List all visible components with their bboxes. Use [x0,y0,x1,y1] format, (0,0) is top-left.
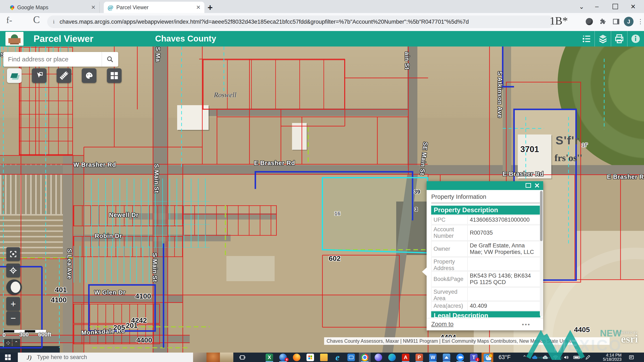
taskbar-acrobat[interactable]: A [400,353,412,362]
legend-button[interactable] [578,31,594,46]
tray-chevron-icon[interactable]: ⌃ [520,353,529,362]
scale-max: 600ft [38,332,51,338]
layers-button[interactable] [594,31,611,46]
taskbar-internet-explorer[interactable]: e [332,353,344,362]
edge-icon [388,354,396,361]
site-info-icon[interactable]: i [53,19,54,25]
screening-grid-button[interactable] [107,68,122,83]
taskbar-firefox[interactable] [291,353,302,362]
extensions-puzzle-icon[interactable] [598,17,608,26]
weather-icon[interactable] [486,354,493,361]
search-highlight-building-image[interactable] [220,353,233,362]
tab-close-icon[interactable]: ✕ [91,4,96,11]
taskbar-teams[interactable]: T1 [468,353,480,362]
pen-icon[interactable] [583,353,592,362]
info-button[interactable] [627,31,644,46]
overview-toggle-button[interactable] [6,280,22,295]
tab-parcel-viewer[interactable]: @ Parcel Viewer ✕ [104,2,204,13]
powerpoint-icon: P [416,354,423,361]
back-button[interactable]: f- [6,15,12,25]
taskbar-edge[interactable] [386,353,398,362]
side-panel-button[interactable] [611,17,621,26]
map-label-street: S Ma [154,47,162,62]
measure-tool-button[interactable] [56,68,71,83]
select-cursor-icon [35,71,44,80]
popup-footer: Zoom to ••• [426,318,543,330]
taskbar-photos[interactable] [441,353,452,362]
popup-maximize-icon[interactable] [526,183,531,188]
zoom-to-link[interactable]: Zoom to [431,321,454,328]
zoom-in-button[interactable]: + [6,297,20,311]
taskbar-clock[interactable]: 4:14 PM 5/18/2023 [596,353,622,361]
default-extent-button[interactable] [6,247,20,261]
search-highlight-statue-image[interactable] [193,353,206,362]
taskbar-search[interactable]: J) Type here to search [18,353,233,362]
my-location-button[interactable] [6,264,20,277]
popup-close-icon[interactable]: ✕ [534,182,540,190]
address-bar[interactable]: i chaves.maps.arcgis.com/apps/webappview… [47,15,554,28]
taskbar-store[interactable] [304,353,316,362]
popup-content: Property Information Property Descriptio… [426,190,543,317]
notification-center-icon[interactable] [625,353,638,362]
taskbar-rdp-toolbox[interactable] [345,353,357,362]
clock-date: 5/18/2023 [596,357,622,361]
tab-google-maps[interactable]: Google Maps ✕ [6,2,100,13]
volume-icon[interactable] [562,353,571,362]
scrollbar-thumb[interactable] [540,191,542,241]
popup-anchor [422,268,426,276]
map-search-input[interactable] [3,56,102,63]
url-text[interactable]: chaves.maps.arcgis.com/apps/webappviewer… [60,19,469,25]
search-highlight-vase-image[interactable] [206,353,220,362]
tab-close-icon[interactable]: ✕ [196,4,200,11]
select-tool-button[interactable] [32,68,46,83]
popup-scrollbar[interactable] [540,191,543,317]
map-label-street: ain St [404,52,410,69]
onedrive-personal-icon[interactable] [540,353,550,362]
new-tab-button[interactable]: + [208,2,213,12]
chrome-icon [361,354,368,361]
taskbar-zoom[interactable] [454,353,466,362]
row-value [468,288,540,301]
pan-widget-button[interactable] [4,339,12,347]
zoom-out-button[interactable]: − [6,311,20,325]
half-moon-icon [11,282,20,293]
firefox-icon [293,354,300,361]
draw-tool-button[interactable] [82,68,96,83]
taskbar-chrome[interactable] [359,353,371,362]
map-canvas[interactable]: Roswell W Brasher Rd E Brasher Rd E Bras… [0,46,644,353]
attribution-expand-button[interactable]: ⌃ [12,339,20,347]
weather-temp[interactable]: 63°F [495,353,514,362]
kebab-menu-icon: ⋮ [637,20,644,23]
cookie-extension-icon[interactable] [584,17,594,26]
taskbar-powerpoint[interactable]: P [414,353,425,362]
browser-menu-button[interactable]: ⋮ [636,17,644,26]
battery-icon[interactable] [572,353,582,362]
teams-badge: 1 [476,358,480,362]
reload-button[interactable]: C [33,14,40,25]
taskbar-file-explorer[interactable] [318,353,330,362]
taskbar-cortana[interactable] [372,353,384,362]
wifi-icon[interactable] [551,353,560,362]
window-minimize-button[interactable]: – [590,0,604,13]
window-close-button[interactable]: ✕ [626,0,640,13]
popup-title-bar[interactable]: ✕ [426,181,543,190]
move-icon [6,341,10,345]
divider [431,203,540,203]
print-button[interactable] [611,31,628,46]
row-value: 40.409 [468,302,540,310]
print-icon [614,34,624,43]
window-maximize-button[interactable] [608,0,622,13]
onedrive-icon[interactable] [530,353,539,362]
task-view-button[interactable] [236,353,248,362]
row-label: Area(acres) [432,302,468,310]
taskbar-mail[interactable]: 9 [277,353,289,362]
basemap-gallery-button[interactable] [7,68,22,83]
taskbar-word[interactable]: W [427,353,439,362]
taskbar-excel[interactable]: X [264,353,275,362]
popup-more-button[interactable]: ••• [522,321,530,328]
profile-avatar[interactable]: J [624,17,634,26]
start-button[interactable] [5,355,11,360]
map-search-button[interactable] [102,52,118,67]
extension-badge[interactable]: 1B* [550,15,568,27]
window-chevron-icon[interactable]: ⌄ [575,0,588,13]
